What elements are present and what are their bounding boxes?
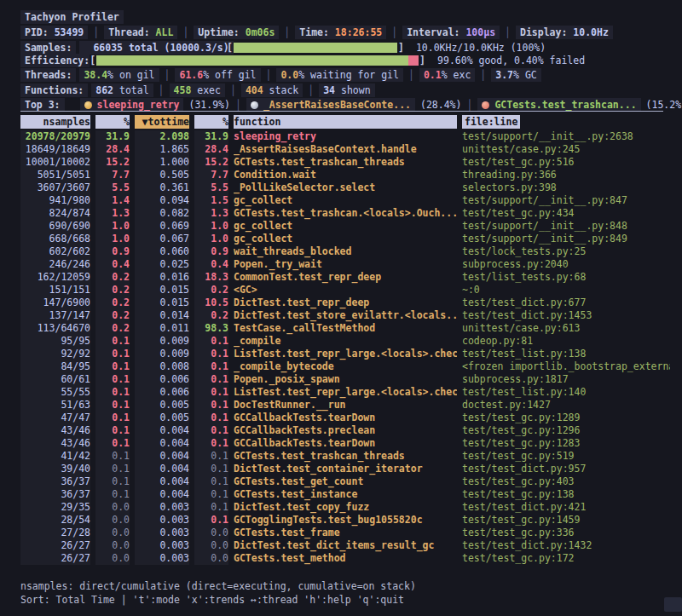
nsamples-cell: 162/12059 <box>20 271 90 284</box>
table-row[interactable]: 602/602 0.9 0.060 0.9 wait_threads_block… <box>20 245 670 258</box>
pct-cumulative-cell: 28.4 <box>194 143 228 156</box>
gold-medal-icon <box>84 101 92 109</box>
table-row[interactable]: 137/147 0.2 0.014 0.2 DictTest.test_stor… <box>20 309 670 322</box>
table-row[interactable]: 10001/10002 15.2 1.000 15.2 GCTests.test… <box>20 156 670 169</box>
bar-close-bracket: ] <box>398 41 404 55</box>
function-cell: _PollLikeSelector.select <box>234 181 457 194</box>
pct-direct-cell: 0.1 <box>95 463 130 475</box>
page-title: Tachyon Profiler <box>20 10 124 24</box>
exec-value: 458 <box>174 84 192 96</box>
file-line-cell: subprocess.py:2040 <box>462 258 670 271</box>
functions-shown: 34 shown <box>319 83 374 97</box>
table-row[interactable]: 5051/5051 7.7 0.505 7.7 Condition.wait t… <box>20 169 670 181</box>
function-cell: GCTests.test_method <box>234 552 457 565</box>
table-row[interactable]: 26/27 0.0 0.003 0.0 GCTests.test_method … <box>20 552 670 565</box>
table-row[interactable]: 95/95 0.1 0.009 0.1 _compile codeop.py:8… <box>20 335 670 348</box>
divider: │ <box>93 26 99 39</box>
table-row[interactable]: 113/64670 0.2 0.011 98.3 TestCase._callT… <box>20 322 670 335</box>
pct-direct-cell: 1.3 <box>95 207 130 220</box>
efficiency-label: Efficiency: <box>20 54 90 67</box>
table-row[interactable]: 162/12059 0.2 0.016 18.3 CommonTest.test… <box>20 271 670 284</box>
tottime-cell: 1.000 <box>135 156 189 169</box>
threads-on-gil: 38.4% on gil <box>79 68 159 82</box>
table-row[interactable]: 36/37 0.1 0.004 0.1 GCTests.test_instanc… <box>20 488 670 501</box>
pct-cumulative-cell: 0.1 <box>194 437 228 450</box>
thread-field[interactable]: Thread: ALL <box>104 26 177 39</box>
tottime-cell: 0.009 <box>135 335 189 348</box>
nsamples-cell: 10001/10002 <box>20 156 90 169</box>
column-header-function[interactable]: function <box>234 115 457 129</box>
table-row[interactable]: 28/54 0.0 0.003 0.1 GCTogglingTests.test… <box>20 514 670 527</box>
tottime-cell: 0.011 <box>135 322 189 335</box>
column-header-pct-cumulative[interactable]: % <box>194 115 228 129</box>
pct-direct-cell: 31.9 <box>95 130 130 143</box>
table-row[interactable]: 47/47 0.1 0.005 0.1 GCCallbackTests.tear… <box>20 412 670 424</box>
table-row[interactable]: 941/980 1.4 0.094 1.5 gc_collect test/su… <box>20 194 670 207</box>
table-row[interactable]: 668/668 1.0 0.067 1.0 gc_collect test/su… <box>20 233 670 245</box>
nsamples-help-text: nsamples: direct/cumulative (direct=exec… <box>20 579 416 593</box>
table-row[interactable]: 60/61 0.1 0.006 0.1 Popen._posix_spawn s… <box>20 373 670 386</box>
table-row[interactable]: 151/151 0.2 0.015 0.2 <GC> ~:0 <box>20 284 670 296</box>
table-row[interactable]: 246/246 0.4 0.025 0.4 Popen._try_wait su… <box>20 258 670 271</box>
pct-direct-cell: 0.0 <box>95 552 130 565</box>
threads-waiting-gil: 0.0% waiting for gil <box>276 68 403 82</box>
table-row[interactable]: 690/690 1.0 0.069 1.0 gc_collect test/su… <box>20 220 670 233</box>
threads-line: Threads: 38.4% on gil │ 61.6% off gil │ … <box>20 68 541 82</box>
table-row[interactable]: 55/55 0.1 0.006 0.1 ListTest.test_repr_l… <box>20 386 670 399</box>
table-row[interactable]: 39/40 0.1 0.004 0.1 DictTest.test_contai… <box>20 463 670 475</box>
functions-label: Functions: <box>20 83 88 97</box>
table-row[interactable]: 824/874 1.3 0.082 1.3 GCTests.test_trash… <box>20 207 670 220</box>
divider: │ <box>505 26 511 39</box>
function-cell: DictTest.test_store_evilattr.<locals... <box>234 309 457 322</box>
top3-name-1: sleeping_retry <box>97 98 180 112</box>
function-cell: GCTests.test_trashcan_threads <box>234 156 457 169</box>
pct-cumulative-cell: 0.1 <box>194 475 228 488</box>
pct-cumulative-cell: 0.0 <box>194 539 228 552</box>
table-row[interactable]: 18649/18649 28.4 1.865 28.4 _AssertRaise… <box>20 143 670 156</box>
table-row[interactable]: 36/37 0.1 0.004 0.1 GCTests.test_get_cou… <box>20 475 670 488</box>
display-field: Display: 10.0Hz <box>516 26 613 39</box>
pct-direct-cell: 0.0 <box>95 514 130 527</box>
pct-direct-cell: 1.4 <box>95 194 130 207</box>
pct-direct-cell: 0.1 <box>95 399 130 412</box>
threads-off-gil: 61.6% off gil <box>175 68 260 82</box>
column-header-file-line[interactable]: file:line <box>462 115 520 129</box>
nsamples-cell: 36/37 <box>20 488 90 501</box>
pct-direct-cell: 0.1 <box>95 335 130 348</box>
interval-value: 100µs <box>465 26 495 38</box>
pct-cumulative-cell: 98.3 <box>194 322 228 335</box>
function-cell: wait_threads_blocked <box>234 245 457 258</box>
tottime-cell: 0.004 <box>135 437 189 450</box>
table-row[interactable]: 20978/20979 31.9 2.098 31.9 sleeping_ret… <box>20 130 670 143</box>
table-row[interactable]: 51/63 0.1 0.005 0.1 DocTestRunner.__run … <box>20 399 670 412</box>
function-cell: DictTest.test_copy_fuzz <box>234 501 457 514</box>
table-row[interactable]: 26/27 0.0 0.003 0.0 DictTest.test_dict_i… <box>20 539 670 552</box>
corner-indicator <box>664 597 682 612</box>
function-cell: sleeping_retry <box>234 130 457 143</box>
table-row[interactable]: 43/46 0.1 0.004 0.1 GCCallbackTests.tear… <box>20 437 670 450</box>
tottime-cell: 0.361 <box>135 181 189 194</box>
file-line-cell: test/test_list.py:140 <box>462 386 670 399</box>
table-row[interactable]: 41/42 0.1 0.004 0.1 GCTests.test_trashca… <box>20 450 670 463</box>
table-row[interactable]: 147/6900 0.2 0.015 10.5 DictTest.test_re… <box>20 296 670 309</box>
uptime-value: 0m06s <box>246 26 275 38</box>
table-row[interactable]: 84/95 0.1 0.008 0.1 _compile_bytecode <f… <box>20 360 670 373</box>
pct-cumulative-cell: 0.1 <box>194 488 228 501</box>
table-row[interactable]: 43/46 0.1 0.004 0.1 GCCallbackTests.prec… <box>20 424 670 437</box>
column-header-tottime-sorted[interactable]: ▼tottime <box>135 115 189 129</box>
table-row[interactable]: 29/35 0.0 0.003 0.1 DictTest.test_copy_f… <box>20 501 670 514</box>
function-cell: GCTests.test_get_count <box>234 475 457 488</box>
column-header-pct-direct[interactable]: % <box>95 115 130 129</box>
file-line-cell: unittest/case.py:245 <box>462 143 670 156</box>
exc-text: exc <box>454 69 471 81</box>
file-line-cell: test/test_gc.py:434 <box>462 207 670 220</box>
display-label: Display: <box>520 26 567 38</box>
file-line-cell: test/test_gc.py:172 <box>462 552 670 565</box>
table-row[interactable]: 3607/3607 5.5 0.361 5.5 _PollLikeSelecto… <box>20 181 670 194</box>
table-row[interactable]: 27/28 0.0 0.003 0.0 GCTests.test_frame t… <box>20 527 670 539</box>
divider: │ <box>235 98 241 112</box>
table-row[interactable]: 92/92 0.1 0.009 0.1 ListTest.test_repr_l… <box>20 348 670 360</box>
pct-direct-cell: 0.0 <box>95 501 130 514</box>
column-header-nsamples[interactable]: nsamples <box>20 115 90 129</box>
nsamples-cell: 39/40 <box>20 463 90 475</box>
